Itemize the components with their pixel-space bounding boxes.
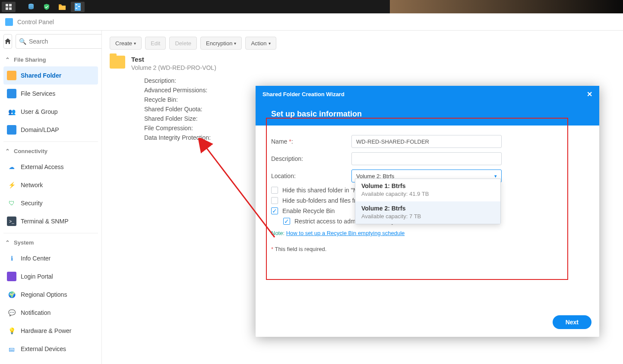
svg-rect-10 xyxy=(78,6,80,7)
file-services-icon xyxy=(7,89,16,98)
create-button[interactable]: Create▾ xyxy=(110,37,142,50)
detail-quota: Shared Folder Quota: xyxy=(144,106,216,113)
chevron-up-icon: ⌃ xyxy=(5,148,10,154)
svg-rect-11 xyxy=(76,8,77,9)
folder-name: Test xyxy=(131,56,216,63)
sidebar-item-login-portal[interactable]: Login Portal xyxy=(3,267,98,286)
modal-subtitle: Set up basic information xyxy=(256,102,599,126)
required-note: * This field is required. xyxy=(271,246,584,252)
sidebar-item-domain-ldap[interactable]: Domain/LDAP xyxy=(3,121,98,139)
window-title: Control Panel xyxy=(17,19,54,25)
checkbox-icon xyxy=(271,197,278,204)
taskbar-control-icon[interactable] xyxy=(71,2,85,12)
folder-icon xyxy=(7,71,16,80)
taskbar-files-icon[interactable] xyxy=(55,2,69,12)
taskbar xyxy=(0,0,623,13)
checkbox-checked-icon: ✓ xyxy=(283,218,290,225)
detail-adv-perm: Advanced Permissions: xyxy=(144,87,216,94)
checkbox-icon xyxy=(271,187,278,194)
chevron-up-icon: ⌃ xyxy=(5,56,10,63)
info-icon: ℹ xyxy=(7,254,16,263)
svg-rect-9 xyxy=(76,4,77,5)
search-icon: 🔍 xyxy=(19,38,26,45)
portal-icon xyxy=(7,272,16,281)
sidebar-item-network[interactable]: ⚡Network xyxy=(3,176,98,194)
home-button[interactable] xyxy=(3,34,12,49)
name-field[interactable] xyxy=(351,135,502,148)
toolbar: Create▾ Edit Delete Encryption▾ Action▾ xyxy=(110,37,615,50)
chevron-up-icon: ⌃ xyxy=(5,239,10,246)
globe-icon: 🌍 xyxy=(7,290,16,299)
detail-size: Shared Folder Size: xyxy=(144,115,216,122)
note-row: Note: How to set up a Recycle Bin emptyi… xyxy=(271,230,584,236)
detail-integrity: Data Integrity Protection: xyxy=(144,134,216,141)
section-connectivity[interactable]: ⌃Connectivity xyxy=(3,144,98,158)
note-link[interactable]: How to set up a Recycle Bin emptying sch… xyxy=(286,230,405,236)
svg-point-6 xyxy=(28,7,34,9)
folder-volume: Volume 2 (WD-RED-PRO-VOL) xyxy=(131,64,216,71)
users-icon: 👥 xyxy=(7,107,16,116)
next-button[interactable]: Next xyxy=(553,315,591,329)
modal-titlebar[interactable]: Shared Folder Creation Wizard ✕ xyxy=(256,86,599,102)
label-location: Location: xyxy=(271,173,351,179)
taskbar-shield-icon[interactable] xyxy=(40,2,54,12)
network-icon: ⚡ xyxy=(7,180,16,190)
dropdown-option-volume1[interactable]: Volume 1: Btrfs Available capacity: 41.9… xyxy=(355,179,500,201)
svg-rect-1 xyxy=(9,4,12,6)
terminal-icon: >_ xyxy=(7,217,16,226)
caret-down-icon: ▾ xyxy=(234,41,236,46)
folder-icon xyxy=(110,56,125,69)
detail-description: Description: xyxy=(144,77,216,84)
cloud-icon: ☁ xyxy=(7,162,16,172)
sidebar-item-user-group[interactable]: 👥User & Group xyxy=(3,103,98,121)
window-header: Control Panel xyxy=(0,13,623,31)
sidebar: 🔍 ⌃File Sharing Shared Folder File Servi… xyxy=(0,31,102,364)
svg-rect-7 xyxy=(59,4,61,6)
sidebar-item-terminal-snmp[interactable]: >_Terminal & SNMP xyxy=(3,212,98,230)
svg-rect-3 xyxy=(9,7,12,10)
close-icon[interactable]: ✕ xyxy=(587,90,592,98)
modal-footer: Next xyxy=(256,310,599,337)
dropdown-option-volume2[interactable]: Volume 2: Btrfs Available capacity: 7 TB xyxy=(355,201,500,224)
sidebar-item-notification[interactable]: 💬Notification xyxy=(3,304,98,322)
label-description: Description: xyxy=(271,155,351,162)
sidebar-item-external-devices[interactable]: 🖴External Devices xyxy=(3,340,98,358)
sidebar-item-info-center[interactable]: ℹInfo Center xyxy=(3,249,98,267)
search-input[interactable] xyxy=(16,34,102,49)
sidebar-item-file-services[interactable]: File Services xyxy=(3,85,98,103)
caret-down-icon: ▾ xyxy=(269,41,271,46)
chat-icon: 💬 xyxy=(7,308,16,317)
caret-down-icon: ▾ xyxy=(494,173,497,179)
taskbar-apps-icon[interactable] xyxy=(2,2,16,12)
caret-down-icon: ▾ xyxy=(134,41,136,46)
sidebar-item-external-access[interactable]: ☁External Access xyxy=(3,158,98,176)
home-icon xyxy=(4,38,12,45)
section-file-sharing[interactable]: ⌃File Sharing xyxy=(3,53,98,66)
sidebar-item-regional-options[interactable]: 🌍Regional Options xyxy=(3,286,98,304)
ldap-icon xyxy=(7,125,16,135)
shield-icon: 🛡 xyxy=(7,198,16,208)
svg-rect-0 xyxy=(6,4,8,6)
app-icon xyxy=(5,18,13,26)
description-field[interactable] xyxy=(351,152,502,165)
sidebar-item-hardware-power[interactable]: 💡Hardware & Power xyxy=(3,322,98,340)
bulb-icon: 💡 xyxy=(7,326,16,336)
detail-compression: File Compression: xyxy=(144,125,216,132)
sidebar-item-shared-folder[interactable]: Shared Folder xyxy=(3,66,98,85)
divider xyxy=(3,233,98,233)
checkbox-checked-icon: ✓ xyxy=(271,207,278,214)
action-button[interactable]: Action▾ xyxy=(245,37,276,50)
svg-rect-2 xyxy=(6,7,8,10)
section-system[interactable]: ⌃System xyxy=(3,236,98,249)
location-dropdown: Volume 1: Btrfs Available capacity: 41.9… xyxy=(355,179,501,224)
modal-title: Shared Folder Creation Wizard xyxy=(262,91,345,97)
delete-button[interactable]: Delete xyxy=(169,37,197,50)
taskbar-storage-icon[interactable] xyxy=(24,2,38,12)
sidebar-item-security[interactable]: 🛡Security xyxy=(3,194,98,212)
edit-button[interactable]: Edit xyxy=(145,37,166,50)
taskbar-bg xyxy=(390,0,623,13)
divider xyxy=(3,141,98,142)
detail-recycle: Recycle Bin: xyxy=(144,96,216,103)
label-name: Name *: xyxy=(271,138,351,145)
encryption-button[interactable]: Encryption▾ xyxy=(200,37,242,50)
